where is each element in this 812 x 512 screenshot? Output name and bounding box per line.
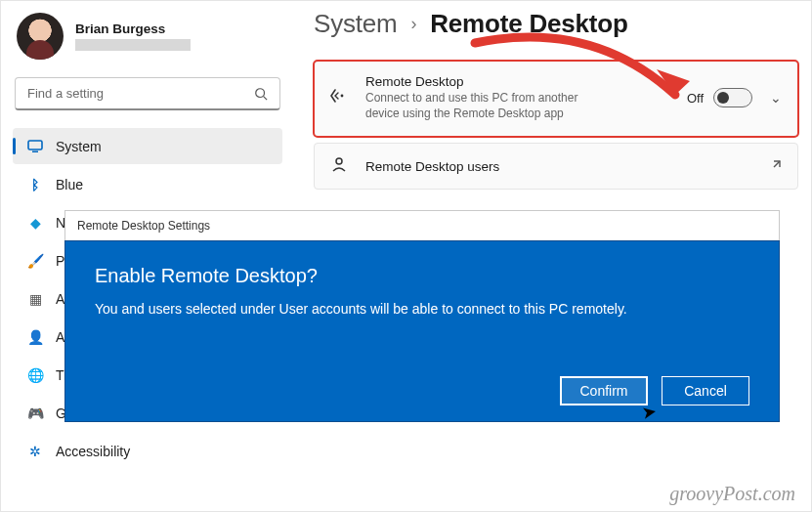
sidebar-item-accessibility[interactable]: ✲ Accessibility [13, 433, 282, 469]
main-content: System › Remote Desktop Remote Desktop C… [314, 9, 798, 190]
remote-desktop-users-card[interactable]: Remote Desktop users [314, 143, 798, 190]
user-account-row[interactable]: Brian Burgess [13, 5, 282, 73]
dialog-message: You and users selected under User accoun… [95, 301, 749, 317]
card-description: Connect to and use this PC from another … [365, 90, 580, 121]
accessibility-icon: ✲ [26, 443, 44, 460]
external-link-icon [770, 157, 784, 175]
svg-point-5 [336, 158, 342, 164]
sidebar-item-system[interactable]: System [13, 128, 282, 164]
svg-point-0 [256, 88, 265, 97]
svg-rect-2 [28, 141, 42, 149]
page-title: Remote Desktop [430, 9, 627, 39]
sidebar-item-label: Blue [56, 177, 83, 192]
remote-desktop-card[interactable]: Remote Desktop Connect to and use this P… [314, 61, 798, 137]
network-icon: ◆ [26, 214, 44, 232]
sidebar-item-bluetooth[interactable]: ᛒ Blue [13, 166, 282, 202]
dialog-title: Enable Remote Desktop? [95, 265, 749, 287]
svg-line-1 [264, 96, 268, 100]
search-placeholder: Find a setting [27, 86, 104, 101]
user-email-redacted [75, 39, 191, 51]
breadcrumb: System › Remote Desktop [314, 9, 798, 39]
breadcrumb-parent[interactable]: System [314, 9, 397, 39]
users-icon [328, 155, 350, 177]
watermark: groovyPost.com [669, 483, 795, 505]
gaming-icon: 🎮 [26, 405, 44, 422]
remote-desktop-toggle[interactable] [713, 88, 752, 107]
avatar [17, 13, 64, 60]
chevron-down-icon[interactable]: ⌄ [768, 90, 784, 106]
enable-remote-desktop-dialog: Enable Remote Desktop? You and users sel… [64, 240, 780, 422]
bluetooth-icon: ᛒ [26, 176, 44, 193]
chevron-right-icon: › [410, 14, 416, 34]
toggle-state-label: Off [687, 91, 704, 106]
card-title: Remote Desktop [365, 74, 671, 89]
svg-rect-3 [32, 150, 38, 152]
sidebar-item-label: Accessibility [56, 444, 130, 459]
accounts-icon: 👤 [26, 328, 44, 346]
system-icon [26, 138, 44, 155]
dialog-titlebar-text: Remote Desktop Settings [77, 219, 210, 233]
user-name: Brian Burgess [75, 21, 191, 36]
search-input[interactable]: Find a setting [15, 77, 280, 110]
cancel-button[interactable]: Cancel [662, 376, 749, 405]
time-language-icon: 🌐 [26, 366, 44, 384]
remote-desktop-icon [328, 86, 350, 109]
apps-icon: ▦ [26, 290, 44, 308]
personalization-icon: 🖌️ [26, 252, 44, 270]
card-title: Remote Desktop users [365, 159, 754, 174]
search-icon [254, 87, 268, 101]
dialog-titlebar[interactable]: Remote Desktop Settings [64, 210, 780, 240]
svg-point-4 [341, 95, 344, 98]
confirm-button[interactable]: Confirm [560, 376, 648, 405]
sidebar-item-label: System [56, 139, 102, 154]
